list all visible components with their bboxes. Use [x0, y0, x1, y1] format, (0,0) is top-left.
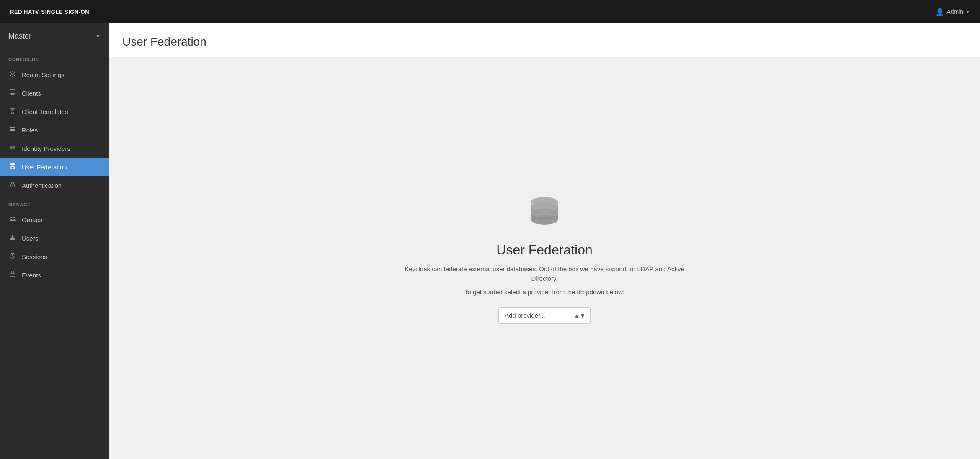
sidebar-item-users[interactable]: Users — [0, 229, 109, 247]
svg-rect-9 — [10, 130, 15, 131]
sidebar-item-roles[interactable]: Roles — [0, 121, 109, 139]
roles-icon — [8, 126, 17, 134]
sidebar-item-sessions-label: Sessions — [22, 253, 47, 260]
configure-section-label: Configure — [0, 49, 109, 65]
top-nav: RED HAT® SINGLE SIGN-ON 👤 Admin ▼ — [0, 0, 980, 23]
svg-rect-1 — [10, 90, 15, 93]
provider-select[interactable]: Add provider... ldap kerberos — [498, 307, 591, 324]
sidebar-item-groups-label: Groups — [22, 216, 42, 223]
svg-point-16 — [12, 235, 14, 237]
realm-settings-icon — [8, 70, 17, 79]
brand-text: RED HAT® SINGLE SIGN-ON — [10, 9, 89, 15]
svg-rect-7 — [10, 127, 15, 128]
svg-point-0 — [12, 73, 13, 75]
svg-point-13 — [12, 185, 13, 186]
sidebar-item-sessions[interactable]: Sessions — [0, 247, 109, 266]
sidebar-item-identity-providers-label: Identity Providers — [22, 145, 70, 152]
authentication-icon — [8, 181, 17, 189]
svg-rect-4 — [11, 112, 14, 113]
federation-hint: To get started select a provider from th… — [464, 288, 624, 296]
sidebar-item-clients[interactable]: Clients — [0, 84, 109, 102]
svg-point-14 — [10, 217, 12, 218]
sidebar: Master ▼ Configure Realm Settings Cli — [0, 23, 109, 459]
realm-name: Master — [8, 32, 31, 41]
svg-rect-8 — [10, 129, 15, 130]
sidebar-item-groups[interactable]: Groups — [0, 210, 109, 229]
events-icon — [8, 271, 17, 279]
sessions-icon — [8, 252, 17, 261]
user-label: Admin — [946, 8, 963, 15]
svg-point-15 — [13, 217, 15, 218]
user-icon: 👤 — [936, 8, 944, 16]
user-menu[interactable]: 👤 Admin ▼ — [936, 8, 970, 16]
sidebar-item-user-federation[interactable]: User Federation — [0, 158, 109, 176]
sidebar-item-identity-providers[interactable]: Identity Providers — [0, 139, 109, 158]
database-icon — [526, 193, 563, 232]
realm-selector[interactable]: Master ▼ — [0, 23, 109, 49]
sidebar-item-realm-settings-label: Realm Settings — [22, 71, 64, 78]
svg-point-26 — [531, 215, 558, 225]
user-federation-icon — [8, 163, 17, 171]
users-icon — [8, 234, 17, 242]
manage-section-label: Manage — [0, 194, 109, 210]
provider-select-wrapper[interactable]: Add provider... ldap kerberos ▲▼ — [498, 307, 591, 324]
federation-card: User Federation Keycloak can federate ex… — [398, 193, 691, 324]
sidebar-item-client-templates-label: Client Templates — [22, 108, 68, 115]
brand-logo: RED HAT® SINGLE SIGN-ON — [10, 9, 89, 15]
sidebar-item-user-federation-label: User Federation — [22, 163, 67, 171]
sidebar-item-realm-settings[interactable]: Realm Settings — [0, 65, 109, 84]
main-content: User Federation — [109, 23, 980, 459]
page-header: User Federation — [109, 23, 980, 57]
svg-point-11 — [10, 163, 15, 166]
client-templates-icon — [8, 107, 17, 116]
page-body: User Federation Keycloak can federate ex… — [109, 57, 980, 459]
sidebar-item-events[interactable]: Events — [0, 266, 109, 284]
sidebar-item-users-label: Users — [22, 235, 38, 242]
app-layout: Master ▼ Configure Realm Settings Cli — [0, 23, 980, 459]
sidebar-item-clients-label: Clients — [22, 90, 41, 97]
realm-chevron-icon: ▼ — [95, 34, 101, 39]
sidebar-item-client-templates[interactable]: Client Templates — [0, 102, 109, 121]
chevron-down-icon: ▼ — [966, 10, 970, 14]
sidebar-item-authentication[interactable]: Authentication — [0, 176, 109, 194]
groups-icon — [8, 215, 17, 224]
sidebar-item-authentication-label: Authentication — [22, 182, 62, 189]
sidebar-item-events-label: Events — [22, 272, 41, 279]
svg-rect-2 — [11, 93, 14, 95]
identity-providers-icon — [8, 144, 17, 153]
federation-card-title: User Federation — [496, 242, 592, 258]
federation-description: Keycloak can federate external user data… — [398, 265, 691, 283]
svg-rect-18 — [10, 272, 15, 277]
clients-icon — [8, 89, 17, 97]
sidebar-item-roles-label: Roles — [22, 127, 38, 134]
page-title: User Federation — [122, 35, 967, 49]
